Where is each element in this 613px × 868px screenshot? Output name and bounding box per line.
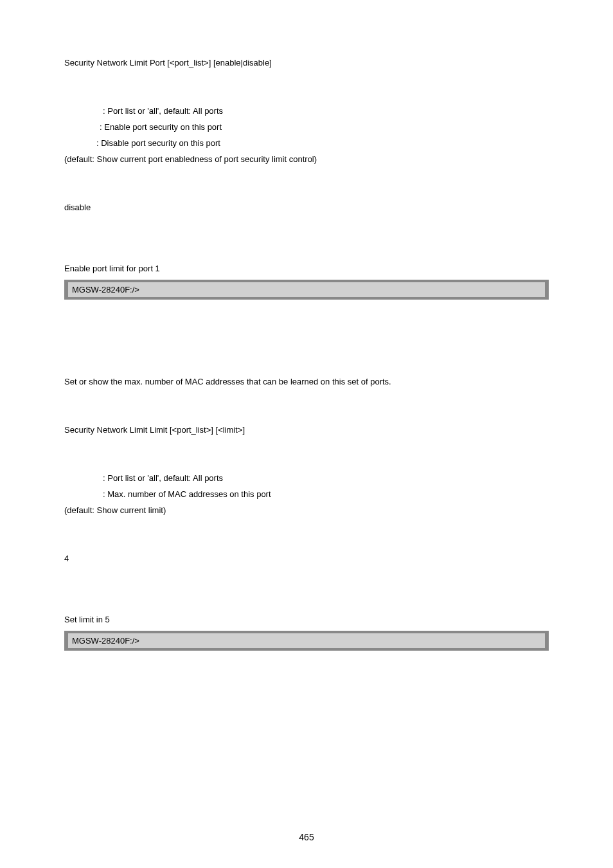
param-line: : Disable port security on this port (64, 138, 549, 148)
default-note: (default: Show current limit) (64, 505, 549, 515)
terminal-box: MGSW-28240F:/> (64, 280, 549, 300)
param-line: : Max. number of MAC addresses on this p… (64, 489, 549, 499)
param-line: : Enable port security on this port (64, 122, 549, 132)
example-note: Enable port limit for port 1 (64, 264, 549, 273)
syntax-text: Security Network Limit Limit [<port_list… (64, 425, 549, 435)
page-number: 465 (0, 832, 613, 842)
syntax-text: Security Network Limit Port [<port_list>… (64, 58, 549, 68)
default-value: disable (64, 203, 549, 212)
param-line: : Port list or 'all', default: All ports (64, 473, 549, 483)
terminal-box: MGSW-28240F:/> (64, 631, 549, 651)
terminal-prompt: MGSW-28240F:/> (72, 285, 139, 294)
param-line: : Port list or 'all', default: All ports (64, 106, 549, 116)
description-text: Set or show the max. number of MAC addre… (64, 377, 549, 386)
example-note: Set limit in 5 (64, 615, 549, 624)
default-value: 4 (64, 554, 549, 563)
terminal-prompt: MGSW-28240F:/> (72, 636, 139, 646)
default-note: (default: Show current port enabledness … (64, 154, 549, 164)
